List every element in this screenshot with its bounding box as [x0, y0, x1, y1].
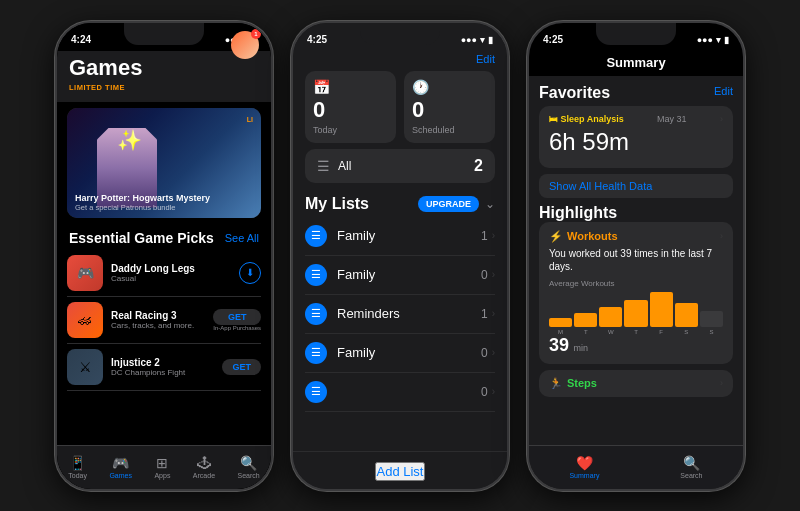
see-all-link[interactable]: See All — [225, 232, 259, 244]
battery-icon-2: ▮ — [488, 35, 493, 45]
scheduled-widget-icon: 🕐 — [412, 79, 487, 95]
list-icon-1: ☰ — [305, 264, 327, 286]
sleep-card-header: 🛏 Sleep Analysis May 31 › — [549, 114, 723, 124]
health-bottom-nav: ❤️ Summary 🔍 Search — [529, 445, 743, 489]
featured-game-card[interactable]: LI Harry Potter: Hogwarts Mystery Get a … — [67, 108, 261, 218]
list-count-2: 1 — [481, 307, 488, 321]
list-item-4[interactable]: ☰ 0 › — [305, 373, 495, 412]
nav-search[interactable]: 🔍 Search — [238, 455, 260, 479]
bar-s2 — [700, 311, 723, 326]
list-count-4: 0 — [481, 385, 488, 399]
sleep-date: May 31 — [657, 114, 687, 124]
today-widget-icon: 📅 — [313, 79, 388, 95]
game-name-daddy: Daddy Long Legs — [111, 263, 239, 274]
steps-label: Steps — [567, 377, 720, 389]
health-title: Summary — [541, 55, 731, 70]
bar-m — [549, 318, 572, 327]
bar-label-t1: T — [574, 329, 597, 335]
workout-header: ⚡ Workouts › — [549, 230, 723, 243]
nav-games-label: Games — [109, 472, 132, 479]
reminders-widgets: 📅 0 Today 🕐 0 Scheduled — [293, 65, 507, 149]
list-arrow-1: › — [492, 269, 495, 280]
avg-unit: min — [573, 343, 588, 353]
chevron-down-icon[interactable]: ⌄ — [485, 197, 495, 211]
phones-container: 4:24 ●●● ▾ ▮ Games 1 LIMITED TIME — [43, 9, 757, 503]
nav-arcade[interactable]: 🕹 Arcade — [193, 455, 215, 479]
sleep-card[interactable]: 🛏 Sleep Analysis May 31 › 6h 59m — [539, 106, 733, 168]
game-icon-racing: 🏎 — [67, 302, 103, 338]
bar-label-s1: S — [675, 329, 698, 335]
show-all-health-button[interactable]: Show All Health Data — [539, 174, 733, 198]
edit-button[interactable]: Edit — [476, 53, 495, 65]
bar-t1 — [574, 313, 597, 326]
scheduled-widget-label: Scheduled — [412, 125, 487, 135]
nav-summary-label: Summary — [569, 472, 599, 479]
list-arrow-3: › — [492, 347, 495, 358]
list-item-2[interactable]: ☰ Reminders 1 › — [305, 295, 495, 334]
all-widget[interactable]: ☰ All 2 — [305, 149, 495, 183]
list-arrow-4: › — [492, 386, 495, 397]
phone-health: 4:25 ●●● ▾ ▮ Summary Favorites Edit 🛏 Sl… — [527, 21, 745, 491]
download-icon-daddy[interactable]: ⬇ — [239, 262, 261, 284]
widget-today[interactable]: 📅 0 Today — [305, 71, 396, 143]
nav-today[interactable]: 📱 Today — [68, 455, 87, 479]
bar-label-s2: S — [700, 329, 723, 335]
game-desc-daddy: Casual — [111, 274, 239, 283]
nav-games[interactable]: 🎮 Games — [109, 455, 132, 479]
appstore-bottom-nav: 📱 Today 🎮 Games ⊞ Apps 🕹 Arcade 🔍 — [57, 445, 271, 489]
in-app-label: In-App Purchases — [213, 325, 261, 331]
summary-icon: ❤️ — [576, 455, 593, 471]
list-item-3[interactable]: ☰ Family 0 › — [305, 334, 495, 373]
get-button-racing[interactable]: GET In-App Purchases — [213, 309, 261, 331]
get-btn-text[interactable]: GET — [213, 309, 261, 325]
game-name-injustice: Injustice 2 — [111, 357, 222, 368]
steps-row[interactable]: 🏃 Steps › — [539, 370, 733, 397]
workout-card[interactable]: ⚡ Workouts › You worked out 39 times in … — [539, 222, 733, 364]
nav-apps-label: Apps — [154, 472, 170, 479]
widget-scheduled[interactable]: 🕐 0 Scheduled — [404, 71, 495, 143]
nav-arcade-label: Arcade — [193, 472, 215, 479]
edit-row: Edit — [293, 51, 507, 65]
workout-title: Workouts — [567, 230, 720, 242]
featured-game-subtitle: Get a special Patronus bundle — [75, 203, 210, 212]
sleep-analysis-label: 🛏 Sleep Analysis — [549, 114, 624, 124]
game-name-racing: Real Racing 3 — [111, 310, 213, 321]
nav-apps[interactable]: ⊞ Apps — [154, 455, 170, 479]
avg-value: 39 — [549, 335, 569, 355]
my-lists-title: My Lists — [305, 195, 418, 213]
add-list-button[interactable]: Add List — [375, 462, 426, 481]
favorites-title: Favorites — [539, 84, 610, 102]
bar-f — [650, 292, 673, 327]
game-item-racing[interactable]: 🏎 Real Racing 3 Cars, tracks, and more. … — [67, 297, 261, 344]
nav-health-search-label: Search — [680, 472, 702, 479]
game-item-injustice[interactable]: ⚔ Injustice 2 DC Champions Fight GET — [67, 344, 261, 391]
games-icon: 🎮 — [112, 455, 129, 471]
featured-li-tag: LI — [247, 116, 253, 123]
steps-arrow-icon: › — [720, 378, 723, 388]
avg-workouts-label: Average Workouts — [549, 279, 723, 288]
workout-icon: ⚡ — [549, 230, 563, 243]
list-item-0[interactable]: ☰ Family 1 › — [305, 217, 495, 256]
status-time-1: 4:24 — [71, 34, 91, 45]
list-count-1: 0 — [481, 268, 488, 282]
user-avatar[interactable]: 1 — [231, 31, 259, 59]
nav-health-search[interactable]: 🔍 Search — [680, 455, 702, 479]
bar-t2 — [624, 300, 647, 326]
health-edit-link[interactable]: Edit — [714, 85, 733, 97]
list-icon-4: ☰ — [305, 381, 327, 403]
game-item-daddy[interactable]: 🎮 Daddy Long Legs Casual ⬇ — [67, 250, 261, 297]
today-widget-count: 0 — [313, 97, 388, 123]
wifi-icon-3: ▾ — [716, 35, 721, 45]
highlights-section: Highlights ⚡ Workouts › You worked out 3… — [539, 204, 733, 397]
list-name-2: Reminders — [337, 306, 481, 321]
upgrade-button[interactable]: UPGRADE — [418, 196, 479, 212]
get-btn-injustice[interactable]: GET — [222, 359, 261, 375]
nav-today-label: Today — [68, 472, 87, 479]
list-item-1[interactable]: ☰ Family 0 › — [305, 256, 495, 295]
appstore-header: Games 1 LIMITED TIME — [57, 51, 271, 102]
list-icon-3: ☰ — [305, 342, 327, 364]
notch-2 — [360, 23, 440, 45]
nav-summary[interactable]: ❤️ Summary — [569, 455, 599, 479]
bar-labels-row: M T W T F S S — [549, 329, 723, 335]
scheduled-widget-count: 0 — [412, 97, 487, 123]
